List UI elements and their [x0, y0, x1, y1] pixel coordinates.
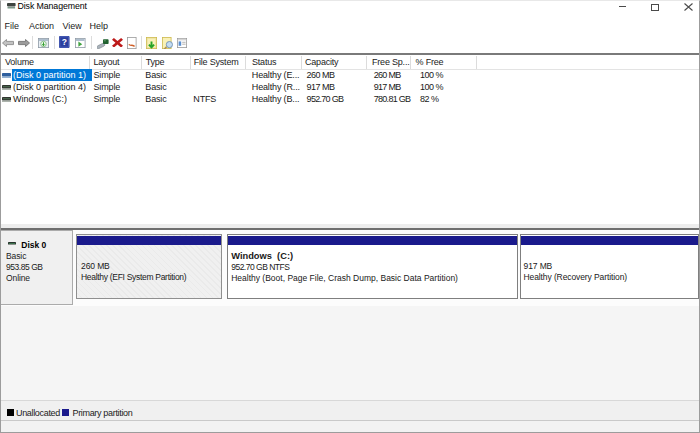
- svg-text:?: ?: [62, 38, 67, 48]
